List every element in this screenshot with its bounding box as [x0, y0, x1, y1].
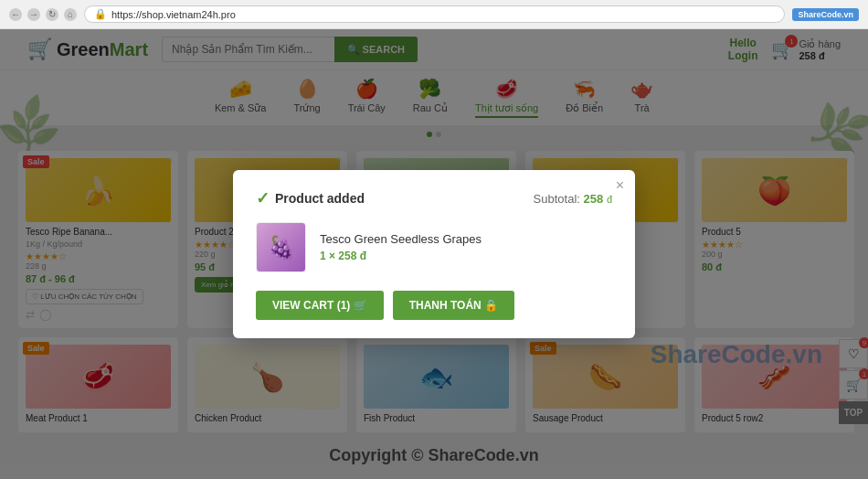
- modal-header: ✓ Product added Subtotal: 258 đ: [256, 188, 612, 208]
- modal-product-image: 🍇: [256, 222, 306, 272]
- modal-close-button[interactable]: ×: [616, 177, 624, 194]
- url-text: https://shop.vietnam24h.pro: [111, 9, 236, 20]
- sharecode-browser-badge: ShareCode.vn: [792, 8, 859, 21]
- site-wrapper: 🌿 🌿 🛒 GreenMart 🔍 SEARCH Hello Login 🛒 1…: [0, 29, 868, 479]
- modal-product-row: 🍇 Tesco Green Seedless Grapes 1 × 258 đ: [256, 222, 612, 272]
- lock-icon: 🔒: [94, 8, 107, 20]
- view-cart-button[interactable]: VIEW CART (1) 🛒: [256, 291, 384, 320]
- subtotal-label: Subtotal:: [534, 192, 580, 206]
- modal-overlay: × ✓ Product added Subtotal: 258 đ 🍇 Tesc…: [0, 29, 868, 479]
- modal-product-name: Tesco Green Seedless Grapes: [320, 232, 612, 246]
- subtotal-currency: đ: [607, 194, 612, 205]
- forward-button[interactable]: →: [27, 8, 40, 21]
- url-bar[interactable]: 🔒 https://shop.vietnam24h.pro: [84, 5, 785, 23]
- refresh-button[interactable]: ↻: [46, 8, 58, 21]
- qty-price: 258: [338, 250, 356, 262]
- product-added-label: ✓ Product added: [256, 188, 365, 208]
- modal-actions: VIEW CART (1) 🛒 THANH TOÁN 🔒: [256, 291, 612, 320]
- browser-right: ShareCode.vn: [792, 8, 859, 21]
- modal-product-info: Tesco Green Seedless Grapes 1 × 258 đ: [320, 232, 612, 262]
- back-button[interactable]: ←: [9, 8, 22, 21]
- browser-controls: ← → ↻ ⌂: [9, 8, 77, 21]
- modal-product-qty: 1 × 258 đ: [320, 250, 612, 262]
- checkout-button[interactable]: THANH TOÁN 🔒: [393, 291, 514, 320]
- qty-currency: đ: [360, 250, 366, 262]
- qty-label: 1 ×: [320, 250, 335, 262]
- browser-bar: ← → ↻ ⌂ 🔒 https://shop.vietnam24h.pro Sh…: [0, 0, 868, 29]
- check-icon: ✓: [256, 188, 270, 208]
- product-added-modal: × ✓ Product added Subtotal: 258 đ 🍇 Tesc…: [233, 170, 635, 338]
- subtotal-price: 258: [584, 192, 604, 206]
- product-added-text: Product added: [275, 191, 365, 206]
- subtotal-area: Subtotal: 258 đ: [534, 192, 612, 206]
- home-button[interactable]: ⌂: [64, 8, 77, 21]
